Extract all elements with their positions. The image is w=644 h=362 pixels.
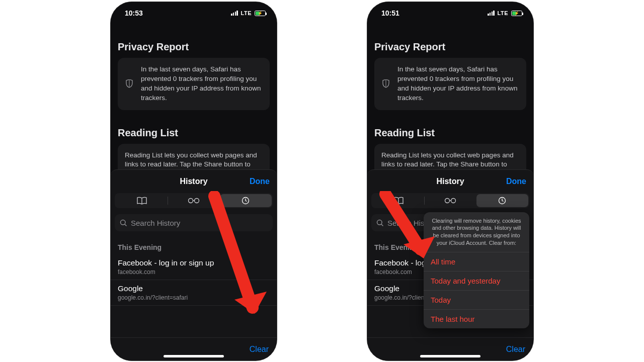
- status-bar: 10:53 LTE ⚡: [111, 2, 277, 24]
- done-button[interactable]: Done: [250, 170, 270, 193]
- popover-note: Clearing will remove history, cookies an…: [424, 212, 529, 252]
- signal-icon: [231, 11, 237, 16]
- section-title-reading: Reading List: [374, 127, 526, 139]
- clear-option-today[interactable]: Today: [424, 291, 529, 310]
- history-sheet: History Done Search History: [111, 169, 277, 360]
- clear-option-today-yesterday[interactable]: Today and yesterday: [424, 272, 529, 291]
- history-sheet: History Done Search History: [367, 169, 533, 360]
- phone-right: 10:51 LTE ⚡ Privacy Report In the last s…: [367, 2, 533, 360]
- history-item-title: Facebook - log in or sign up: [118, 258, 270, 267]
- phone-left: 10:53 LTE ⚡ Privacy Report In the last s…: [111, 2, 277, 360]
- list-item[interactable]: Google google.co.in/?client=safari: [111, 280, 277, 306]
- tab-bookmarks[interactable]: [372, 194, 424, 207]
- history-item-title: Google: [118, 284, 270, 293]
- svg-point-5: [451, 199, 455, 203]
- svg-point-7: [377, 220, 382, 225]
- history-list: This Evening Facebook - log in or sign u…: [111, 234, 277, 337]
- history-item-sub: google.co.in/?client=safari: [118, 294, 270, 301]
- sheet-title: History: [436, 177, 464, 186]
- list-section-header: This Evening: [111, 234, 277, 254]
- battery-icon: ⚡: [255, 11, 266, 16]
- search-placeholder: Search History: [131, 219, 180, 227]
- clear-option-all-time[interactable]: All time: [424, 252, 529, 272]
- tab-bookmarks[interactable]: [116, 194, 168, 207]
- home-indicator[interactable]: [420, 355, 480, 357]
- shield-icon: [125, 65, 134, 103]
- done-button[interactable]: Done: [506, 170, 526, 193]
- svg-point-3: [121, 220, 126, 225]
- glasses-icon: [188, 198, 200, 204]
- privacy-card[interactable]: In the last seven days, Safari has preve…: [118, 58, 270, 110]
- privacy-body: In the last seven days, Safari has preve…: [141, 65, 263, 103]
- tab-reading-list[interactable]: [424, 194, 476, 207]
- tab-reading-list[interactable]: [168, 194, 219, 207]
- section-title-privacy: Privacy Report: [374, 41, 526, 53]
- tab-history[interactable]: [476, 194, 528, 207]
- search-icon: [376, 219, 384, 227]
- svg-point-4: [445, 199, 449, 203]
- history-item-sub: facebook.com: [118, 268, 270, 276]
- status-time: 10:53: [125, 9, 143, 17]
- section-title-reading: Reading List: [118, 127, 270, 139]
- status-network: LTE: [498, 10, 508, 16]
- signal-icon: [488, 11, 494, 16]
- status-network: LTE: [241, 10, 252, 16]
- search-input[interactable]: Search History: [115, 214, 273, 231]
- tab-history[interactable]: [220, 194, 272, 207]
- svg-point-1: [194, 199, 199, 203]
- list-item[interactable]: Facebook - log in or sign up facebook.co…: [111, 254, 277, 280]
- sheet-header: History Done: [367, 170, 533, 193]
- segmented-control[interactable]: [115, 193, 273, 208]
- privacy-body: In the last seven days, Safari has preve…: [397, 65, 519, 103]
- shield-icon: [381, 65, 390, 103]
- search-icon: [120, 219, 127, 227]
- battery-icon: ⚡: [511, 11, 522, 16]
- status-bar: 10:51 LTE ⚡: [367, 2, 533, 24]
- svg-point-0: [188, 199, 193, 203]
- clock-icon: [242, 197, 250, 205]
- clock-icon: [498, 197, 506, 205]
- segmented-control[interactable]: [371, 193, 529, 208]
- sheet-header: History Done: [111, 170, 277, 193]
- clear-button[interactable]: Clear: [506, 345, 525, 354]
- book-icon: [137, 197, 147, 205]
- section-title-privacy: Privacy Report: [118, 41, 270, 53]
- clear-popover: Clearing will remove history, cookies an…: [424, 212, 529, 328]
- status-time: 10:51: [381, 9, 399, 17]
- home-indicator[interactable]: [164, 355, 224, 357]
- book-icon: [393, 197, 404, 205]
- glasses-icon: [444, 198, 456, 204]
- privacy-card[interactable]: In the last seven days, Safari has preve…: [374, 58, 526, 110]
- clear-option-last-hour[interactable]: The last hour: [424, 310, 529, 328]
- sheet-title: History: [180, 177, 207, 186]
- clear-button[interactable]: Clear: [250, 345, 269, 354]
